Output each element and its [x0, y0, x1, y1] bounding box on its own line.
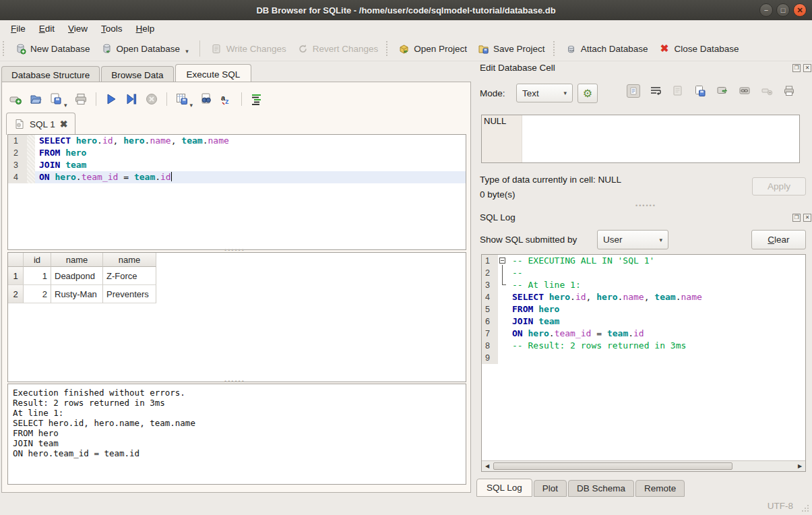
- code-line[interactable]: 6JOIN team: [482, 315, 805, 328]
- tab-remote[interactable]: Remote: [635, 480, 685, 497]
- column-header[interactable]: id: [24, 253, 51, 267]
- print-icon[interactable]: [74, 92, 88, 106]
- menu-tools[interactable]: Tools: [94, 22, 129, 36]
- menu-edit[interactable]: Edit: [32, 22, 61, 36]
- table-cell[interactable]: Z-Force: [103, 267, 156, 285]
- open-project-button[interactable]: Open Project: [393, 40, 472, 57]
- toolbar-grip[interactable]: [553, 41, 557, 56]
- new-sql-tab-icon[interactable]: [9, 92, 22, 106]
- close-icon[interactable]: ✕: [793, 3, 807, 17]
- table-cell[interactable]: 1: [24, 267, 51, 285]
- minimize-icon[interactable]: −: [759, 3, 773, 17]
- fold-margin[interactable]: [498, 267, 508, 279]
- execute-line-icon[interactable]: [125, 92, 138, 106]
- fold-margin[interactable]: [498, 352, 508, 364]
- table-cell[interactable]: Rusty-Man: [51, 285, 103, 303]
- table-cell[interactable]: Preventers: [103, 285, 156, 303]
- save-sql-file-icon[interactable]: [49, 92, 63, 106]
- menu-file[interactable]: File: [4, 22, 32, 36]
- import-file-icon[interactable]: [671, 84, 685, 98]
- sql-editor-code[interactable]: 1SELECT hero.id, hero.name, team.name2FR…: [8, 135, 466, 183]
- open-database-button[interactable]: Open Database ▾: [96, 40, 194, 57]
- tab-db-schema[interactable]: DB Schema: [568, 480, 634, 497]
- tab-sql-log[interactable]: SQL Log: [476, 479, 532, 497]
- fold-margin[interactable]: [27, 159, 35, 171]
- apply-button[interactable]: Apply: [752, 177, 806, 195]
- cell-value-content[interactable]: [522, 115, 799, 162]
- tab-plot[interactable]: Plot: [534, 480, 567, 497]
- maximize-icon[interactable]: □: [776, 3, 790, 17]
- results-grid-header[interactable]: idnamename: [8, 253, 466, 267]
- row-header[interactable]: 1: [8, 267, 24, 285]
- fold-margin[interactable]: [498, 315, 508, 328]
- open-database-dropdown-icon[interactable]: ▾: [185, 48, 189, 55]
- toolbar-grip[interactable]: [386, 41, 390, 56]
- code-line[interactable]: 1-- EXECUTING ALL IN 'SQL 1': [482, 255, 805, 267]
- open-sql-file-icon[interactable]: [29, 92, 42, 106]
- code-line[interactable]: 4ON hero.team_id = team.id: [8, 171, 466, 183]
- new-database-button[interactable]: New Database: [9, 40, 96, 57]
- sql-document-tab[interactable]: SQL 1 ✖: [6, 113, 75, 135]
- attach-database-button[interactable]: Attach Database: [560, 40, 654, 57]
- apply-mode-button[interactable]: ⚙: [577, 84, 598, 103]
- open-external-icon[interactable]: [716, 84, 729, 98]
- code-line[interactable]: 7ON hero.team_id = team.id: [482, 328, 805, 340]
- autocomplete-icon[interactable]: az: [220, 92, 233, 106]
- scrollbar-thumb[interactable]: [493, 462, 732, 470]
- text-mode-icon[interactable]: [627, 84, 640, 98]
- export-file-icon[interactable]: [693, 84, 707, 98]
- revert-changes-button[interactable]: Revert Changes: [292, 40, 384, 57]
- code-line[interactable]: 1SELECT hero.id, hero.name, team.name: [8, 135, 466, 147]
- fold-margin[interactable]: [498, 291, 508, 303]
- resize-grip[interactable]: [801, 504, 809, 512]
- table-cell[interactable]: Deadpond: [51, 267, 103, 285]
- fold-margin[interactable]: [27, 147, 35, 159]
- code-line[interactable]: 3JOIN team: [8, 159, 466, 171]
- fold-margin[interactable]: [27, 171, 35, 183]
- close-panel-icon[interactable]: ✕: [803, 64, 811, 72]
- save-sql-dropdown-icon[interactable]: ▾: [64, 102, 67, 109]
- sql-editor[interactable]: 1SELECT hero.id, hero.name, team.name2FR…: [7, 134, 466, 250]
- fold-margin[interactable]: [498, 340, 508, 352]
- code-line[interactable]: 4SELECT hero.id, hero.name, team.name: [482, 291, 805, 303]
- fold-margin[interactable]: [498, 279, 508, 291]
- link-icon[interactable]: [738, 84, 751, 98]
- fold-margin[interactable]: [27, 135, 35, 147]
- scroll-left-icon[interactable]: ◀: [482, 461, 493, 471]
- float-panel-icon[interactable]: ❐: [792, 64, 801, 72]
- table-cell[interactable]: 2: [24, 285, 51, 303]
- sql-log-view[interactable]: 1-- EXECUTING ALL IN 'SQL 1'2--3-- At li…: [481, 254, 806, 472]
- fold-margin[interactable]: [498, 303, 508, 315]
- stop-icon[interactable]: [145, 92, 158, 106]
- code-line[interactable]: 9: [482, 352, 805, 364]
- code-line[interactable]: 2--: [482, 267, 805, 279]
- splitter-handle[interactable]: ••••••: [224, 249, 245, 251]
- execute-all-icon[interactable]: [104, 92, 118, 106]
- write-changes-button[interactable]: Write Changes: [206, 40, 292, 57]
- fold-margin[interactable]: [498, 328, 508, 340]
- print-cell-icon[interactable]: [782, 84, 796, 98]
- results-grid-body[interactable]: 11DeadpondZ-Force22Rusty-ManPreventers: [8, 267, 466, 303]
- toolbar-grip[interactable]: [3, 41, 7, 56]
- row-header[interactable]: 2: [8, 285, 24, 303]
- code-line[interactable]: 8-- Result: 2 rows returned in 3ms: [482, 340, 805, 352]
- table-row[interactable]: 11DeadpondZ-Force: [8, 267, 466, 285]
- cell-value-editor[interactable]: NULL: [481, 115, 800, 163]
- close-sql-tab-icon[interactable]: ✖: [60, 119, 68, 129]
- titlebar[interactable]: DB Browser for SQLite - /home/user/code/…: [0, 0, 812, 20]
- menu-help[interactable]: Help: [129, 22, 162, 36]
- close-panel-icon[interactable]: ✕: [803, 214, 811, 222]
- set-null-icon[interactable]: [760, 84, 774, 98]
- word-wrap-icon[interactable]: [649, 84, 662, 98]
- save-results-dropdown-icon[interactable]: ▾: [190, 102, 193, 109]
- format-sql-icon[interactable]: [250, 92, 263, 106]
- save-project-button[interactable]: Save Project: [472, 40, 551, 57]
- scroll-right-icon[interactable]: ▶: [794, 461, 805, 471]
- column-header[interactable]: name: [103, 253, 156, 267]
- code-line[interactable]: 5FROM hero: [482, 303, 805, 315]
- dock-splitter-handle[interactable]: ••••••: [635, 204, 656, 207]
- save-results-icon[interactable]: [175, 92, 189, 106]
- encoding-indicator[interactable]: UTF-8: [768, 501, 793, 511]
- float-panel-icon[interactable]: ❐: [792, 214, 801, 222]
- menu-view[interactable]: View: [61, 22, 94, 36]
